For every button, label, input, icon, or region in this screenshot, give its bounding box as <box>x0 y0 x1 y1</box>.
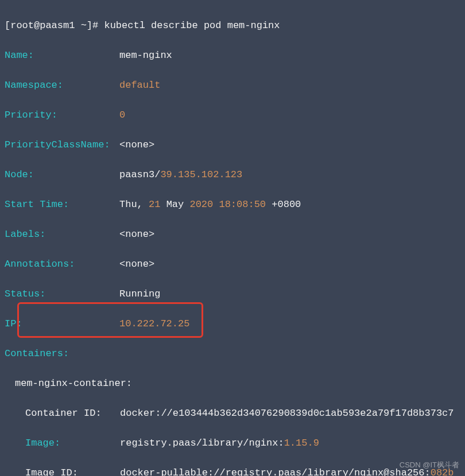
field-pcn: PriorityClassName:<none> <box>5 138 460 153</box>
field-ip: IP:10.222.72.25 <box>5 317 460 331</box>
field-priority: Priority:0 <box>5 108 460 123</box>
terminal: [root@paasm1 ~]# kubectl describe pod me… <box>0 0 465 476</box>
field-name: Name:mem-nginx <box>5 48 460 63</box>
container-imageid: Image ID:docker-pullable://registry.paas… <box>5 466 460 476</box>
field-labels: Labels:<none> <box>5 227 460 242</box>
prompt-line: [root@paasm1 ~]# kubectl describe pod me… <box>5 18 460 33</box>
field-node: Node:paasn3/39.135.102.123 <box>5 167 460 182</box>
container-image: Image:registry.paas/library/nginx:1.15.9 <box>5 436 460 451</box>
container-id: Container ID:docker://e103444b362d340762… <box>5 406 460 421</box>
container-name: mem-nginx-container: <box>5 376 460 391</box>
field-starttime: Start Time:Thu, 21 May 2020 18:08:50 +08… <box>5 197 460 212</box>
watermark: CSDN @IT枫斗者 <box>400 458 459 473</box>
command: kubectl describe pod mem-nginx <box>104 18 280 33</box>
field-namespace: Namespace:default <box>5 78 460 93</box>
field-status: Status:Running <box>5 287 460 302</box>
containers-header: Containers: <box>5 346 460 361</box>
field-annotations: Annotations:<none> <box>5 257 460 272</box>
